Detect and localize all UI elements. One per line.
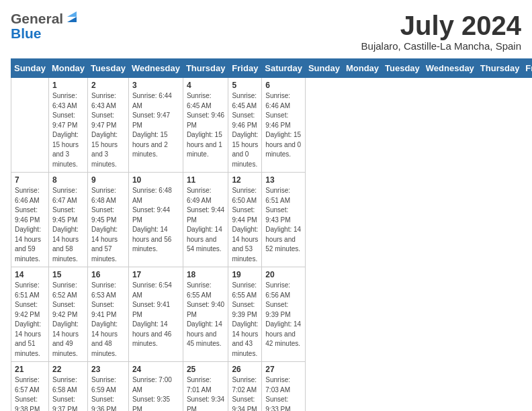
day-number: 4 [187, 81, 225, 90]
cell-content: Sunrise: 7:02 AMSunset: 9:34 PMDaylight:… [232, 375, 258, 411]
day-header-thursday: Thursday [183, 59, 228, 78]
day-header-monday: Monday [343, 59, 382, 78]
title-section: July 2024 Bujalaro, Castille-La Mancha, … [361, 11, 521, 52]
cell-content: Sunrise: 6:51 AMSunset: 9:42 PMDaylight:… [15, 281, 45, 359]
cell-content: Sunrise: 6:45 AMSunset: 9:46 PMDaylight:… [187, 91, 225, 160]
day-number: 3 [132, 81, 179, 90]
cell-content: Sunrise: 6:46 AMSunset: 9:46 PMDaylight:… [15, 186, 45, 264]
page-header: General Blue July 2024 Bujalaro, Castill… [11, 11, 521, 52]
cell-content: Sunrise: 6:44 AMSunset: 9:47 PMDaylight:… [132, 91, 179, 160]
day-header-sunday: Sunday [11, 59, 49, 78]
day-number: 1 [52, 81, 84, 90]
day-number: 15 [52, 270, 84, 279]
cell-content: Sunrise: 6:43 AMSunset: 9:47 PMDaylight:… [91, 91, 125, 169]
svg-marker-0 [67, 17, 77, 22]
cell-content: Sunrise: 6:56 AMSunset: 9:39 PMDaylight:… [265, 281, 302, 349]
cell-content: Sunrise: 6:49 AMSunset: 9:44 PMDaylight:… [187, 186, 225, 255]
day-number: 6 [265, 81, 302, 90]
calendar-cell: 25Sunrise: 7:01 AMSunset: 9:34 PMDayligh… [183, 362, 228, 412]
day-number: 7 [15, 175, 45, 185]
day-header-tuesday: Tuesday [382, 59, 423, 78]
day-header-sunday: Sunday [305, 59, 343, 78]
cell-content: Sunrise: 6:59 AMSunset: 9:36 PMDaylight:… [91, 375, 125, 411]
day-number: 18 [187, 270, 225, 279]
calendar-week-3: 14Sunrise: 6:51 AMSunset: 9:42 PMDayligh… [11, 267, 533, 362]
cell-content: Sunrise: 7:03 AMSunset: 9:33 PMDaylight:… [265, 375, 302, 411]
cell-content: Sunrise: 6:53 AMSunset: 9:41 PMDaylight:… [91, 281, 125, 359]
calendar-week-1: 1Sunrise: 6:43 AMSunset: 9:47 PMDaylight… [11, 78, 533, 173]
cell-content: Sunrise: 6:52 AMSunset: 9:42 PMDaylight:… [52, 281, 84, 359]
day-header-tuesday: Tuesday [88, 59, 129, 78]
calendar-cell: 12Sunrise: 6:50 AMSunset: 9:44 PMDayligh… [228, 173, 262, 267]
day-header-saturday: Saturday [262, 59, 306, 78]
day-number: 13 [265, 175, 302, 185]
day-number: 24 [132, 365, 179, 374]
calendar-cell: 3Sunrise: 6:44 AMSunset: 9:47 PMDaylight… [128, 78, 183, 173]
day-header-friday: Friday [523, 59, 532, 78]
svg-marker-1 [67, 11, 77, 17]
cell-content: Sunrise: 6:55 AMSunset: 9:40 PMDaylight:… [187, 281, 225, 349]
calendar-week-2: 7Sunrise: 6:46 AMSunset: 9:46 PMDaylight… [11, 173, 533, 267]
calendar-cell [11, 78, 49, 173]
cell-content: Sunrise: 6:48 AMSunset: 9:44 PMDaylight:… [132, 186, 179, 255]
day-header-friday: Friday [228, 59, 262, 78]
day-header-thursday: Thursday [477, 59, 523, 78]
calendar-cell: 7Sunrise: 6:46 AMSunset: 9:46 PMDaylight… [11, 173, 49, 267]
calendar-cell: 23Sunrise: 6:59 AMSunset: 9:36 PMDayligh… [88, 362, 129, 412]
day-number: 2 [91, 81, 125, 90]
calendar-cell: 14Sunrise: 6:51 AMSunset: 9:42 PMDayligh… [11, 267, 49, 362]
calendar-header-row: SundayMondayTuesdayWednesdayThursdayFrid… [11, 59, 533, 78]
day-header-wednesday: Wednesday [423, 59, 477, 78]
calendar-cell: 16Sunrise: 6:53 AMSunset: 9:41 PMDayligh… [88, 267, 129, 362]
day-number: 22 [52, 365, 84, 374]
day-number: 8 [52, 175, 84, 185]
cell-content: Sunrise: 6:51 AMSunset: 9:43 PMDaylight:… [265, 186, 302, 255]
cell-content: Sunrise: 6:58 AMSunset: 9:37 PMDaylight:… [52, 375, 84, 411]
calendar-cell: 6Sunrise: 6:46 AMSunset: 9:46 PMDaylight… [262, 78, 306, 173]
calendar-cell: 18Sunrise: 6:55 AMSunset: 9:40 PMDayligh… [183, 267, 228, 362]
calendar-cell: 17Sunrise: 6:54 AMSunset: 9:41 PMDayligh… [128, 267, 183, 362]
calendar-cell: 27Sunrise: 7:03 AMSunset: 9:33 PMDayligh… [262, 362, 306, 412]
cell-content: Sunrise: 6:47 AMSunset: 9:45 PMDaylight:… [52, 186, 84, 264]
day-number: 26 [232, 365, 258, 374]
logo-icon [64, 10, 79, 25]
day-number: 17 [132, 270, 179, 279]
day-number: 19 [232, 270, 258, 279]
calendar-table: SundayMondayTuesdayWednesdayThursdayFrid… [11, 58, 532, 411]
cell-content: Sunrise: 6:46 AMSunset: 9:46 PMDaylight:… [265, 91, 302, 160]
calendar-cell: 15Sunrise: 6:52 AMSunset: 9:42 PMDayligh… [48, 267, 87, 362]
day-header-wednesday: Wednesday [128, 59, 183, 78]
day-number: 14 [15, 270, 45, 279]
calendar-cell: 26Sunrise: 7:02 AMSunset: 9:34 PMDayligh… [228, 362, 262, 412]
logo-blue-text: Blue [11, 26, 42, 41]
calendar-cell: 8Sunrise: 6:47 AMSunset: 9:45 PMDaylight… [48, 173, 87, 267]
logo: General Blue [11, 11, 79, 42]
day-number: 27 [265, 365, 302, 374]
calendar-cell: 4Sunrise: 6:45 AMSunset: 9:46 PMDaylight… [183, 78, 228, 173]
calendar-cell: 13Sunrise: 6:51 AMSunset: 9:43 PMDayligh… [262, 173, 306, 267]
day-number: 21 [15, 365, 45, 374]
day-number: 5 [232, 81, 258, 90]
cell-content: Sunrise: 6:48 AMSunset: 9:45 PMDaylight:… [91, 186, 125, 264]
cell-content: Sunrise: 6:57 AMSunset: 9:38 PMDaylight:… [15, 375, 45, 411]
day-number: 12 [232, 175, 258, 185]
day-number: 11 [187, 175, 225, 185]
calendar-week-4: 21Sunrise: 6:57 AMSunset: 9:38 PMDayligh… [11, 362, 533, 412]
calendar-cell: 21Sunrise: 6:57 AMSunset: 9:38 PMDayligh… [11, 362, 49, 412]
day-number: 9 [91, 175, 125, 185]
cell-content: Sunrise: 6:43 AMSunset: 9:47 PMDaylight:… [52, 91, 84, 169]
day-number: 25 [187, 365, 225, 374]
calendar-cell: 10Sunrise: 6:48 AMSunset: 9:44 PMDayligh… [128, 173, 183, 267]
cell-content: Sunrise: 7:00 AMSunset: 9:35 PMDaylight:… [132, 375, 179, 411]
calendar-cell: 20Sunrise: 6:56 AMSunset: 9:39 PMDayligh… [262, 267, 306, 362]
cell-content: Sunrise: 6:54 AMSunset: 9:41 PMDaylight:… [132, 281, 179, 349]
day-header-monday: Monday [48, 59, 87, 78]
calendar-cell: 2Sunrise: 6:43 AMSunset: 9:47 PMDaylight… [88, 78, 129, 173]
day-number: 20 [265, 270, 302, 279]
cell-content: Sunrise: 6:45 AMSunset: 9:46 PMDaylight:… [232, 91, 258, 169]
logo-general-text: General [11, 11, 63, 27]
calendar-cell: 9Sunrise: 6:48 AMSunset: 9:45 PMDaylight… [88, 173, 129, 267]
calendar-cell: 22Sunrise: 6:58 AMSunset: 9:37 PMDayligh… [48, 362, 87, 412]
day-number: 16 [91, 270, 125, 279]
calendar-cell: 19Sunrise: 6:55 AMSunset: 9:39 PMDayligh… [228, 267, 262, 362]
